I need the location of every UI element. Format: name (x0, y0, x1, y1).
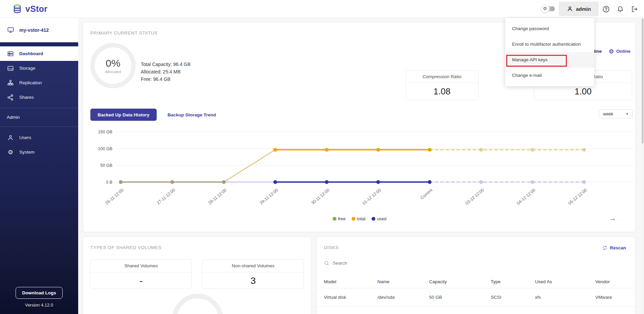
menu-item-enroll-mfa[interactable]: Enroll to multifactor authentication (505, 37, 594, 52)
sidebar-divider (0, 127, 78, 127)
allocation-label: Allocated (105, 70, 121, 74)
help-button[interactable] (602, 5, 610, 13)
sidebar-item-users[interactable]: Users (0, 130, 78, 145)
sidebar-item-shares[interactable]: Shares (0, 90, 78, 105)
legend-label: total (357, 216, 365, 221)
menu-item-change-email[interactable]: Change e-mail (505, 68, 594, 83)
legend-label: used (377, 216, 386, 221)
col-name: Name (377, 279, 429, 284)
notifications-button[interactable] (616, 5, 624, 13)
svg-text:05-12 12:00: 05-12 12:00 (568, 188, 588, 206)
disk-row[interactable]: Virtual disk /dev/sda 50 GB SCSI xfs VMw… (317, 288, 636, 307)
database-stack-icon (12, 4, 22, 14)
dashboard-icon (7, 50, 14, 58)
download-logs-button[interactable]: Download Logs (16, 287, 63, 299)
compression-ratio-value: 1.08 (406, 83, 478, 100)
disk-type: SCSI (491, 295, 535, 300)
legend-item-free[interactable]: free (333, 216, 346, 221)
sidebar-item-replication[interactable]: Replication (0, 75, 78, 90)
svg-text:Current: Current (420, 187, 434, 200)
legend-dot (352, 217, 355, 221)
legend-item-total[interactable]: total (352, 216, 365, 221)
legend-item-used[interactable]: used (372, 216, 386, 221)
vstor-logo[interactable]: vStor (12, 4, 47, 14)
brand-name: vStor (25, 4, 47, 14)
svg-text:100 GB: 100 GB (98, 147, 112, 151)
chart-legend: freetotalused (83, 216, 636, 221)
capacity-stats: Total Capacity: 96.4 GB Allocated: 25.4 … (141, 61, 191, 83)
search-icon (324, 260, 330, 266)
disk-model: Virtual disk (324, 295, 377, 300)
vstor-dashboard: vStor ⚙ admin (0, 0, 644, 314)
storage-icon (7, 65, 14, 72)
svg-text:50 GB: 50 GB (101, 163, 112, 168)
volume-types-donut: 0 (172, 294, 223, 314)
col-used-as: Used As (535, 279, 595, 284)
svg-text:27-11 12:00: 27-11 12:00 (156, 188, 176, 206)
status-badge-online: Online (608, 48, 630, 54)
sidebar-item-label: Storage (19, 66, 35, 71)
legend-dot (372, 217, 375, 221)
svg-text:01-12 12:00: 01-12 12:00 (361, 188, 382, 206)
help-icon (602, 5, 610, 13)
sidebar-item-label: Users (19, 135, 31, 140)
non-shared-volumes-label: Non-shared Volumes (203, 260, 304, 272)
allocation-percent: 0% (106, 58, 120, 69)
tab-backed-up-data-history[interactable]: Backed Up Data History (90, 109, 157, 121)
disks-search-input[interactable]: Search (324, 260, 347, 266)
sidebar-band (0, 42, 78, 46)
monitor-icon (7, 26, 15, 34)
menu-item-change-password[interactable]: Change password (505, 21, 594, 37)
page-scrollbar[interactable] (641, 18, 644, 314)
disks-table: Model Name Capacity Type Used As Vendor … (317, 275, 636, 307)
legend-dot (333, 217, 336, 221)
rescan-button[interactable]: Rescan (602, 245, 626, 250)
svg-text:29-11 12:00: 29-11 12:00 (259, 188, 279, 206)
sidebar-item-label: System (19, 150, 35, 155)
logout-icon (630, 5, 639, 13)
disks-card: DISKS Rescan Search Model Name Capacity … (316, 237, 635, 314)
time-range-value: week (603, 111, 613, 116)
toggle-thumb (550, 6, 555, 11)
scrollbar-thumb[interactable] (642, 18, 644, 143)
col-capacity: Capacity (429, 279, 491, 284)
disks-table-header: Model Name Capacity Type Used As Vendor (317, 275, 636, 288)
version-label: Version 4.12.0 (0, 302, 78, 308)
legend-label: free (338, 216, 346, 221)
node-selector[interactable]: my-vstor-412 (0, 18, 78, 42)
chart-next-arrow[interactable]: → (609, 214, 616, 223)
user-name: admin (576, 6, 591, 12)
gear-icon: ⚙ (541, 4, 549, 13)
free: Free: 96.4 GB (141, 75, 191, 83)
non-shared-volumes-value: 3 (203, 272, 304, 289)
top-bar: vStor ⚙ admin (0, 0, 644, 18)
allocation-donut: 0% Allocated (90, 43, 136, 88)
backup-history-chart: 150 GB100 GB50 GB0 B26-11 12:0027-11 12:… (83, 128, 636, 213)
sidebar: my-vstor-412 Dashboard Storage Replicati… (0, 18, 78, 314)
user-menu-button[interactable]: admin (559, 2, 599, 16)
theme-toggle[interactable]: ⚙ (541, 5, 555, 12)
tab-backup-storage-trend[interactable]: Backup Storage Trend (162, 109, 221, 121)
non-shared-volumes-stat: Non-shared Volumes 3 (202, 259, 304, 289)
time-range-select[interactable]: week ▾ (599, 109, 632, 118)
shared-volumes-card: TYPES OF SHARED VOLUMES Shared Volumes -… (83, 237, 311, 314)
node-name: my-vstor-412 (19, 27, 49, 33)
menu-item-manage-api-keys[interactable]: Manage API keys (505, 52, 594, 68)
disks-title: DISKS (324, 245, 339, 250)
disk-vendor: VMware (595, 295, 628, 300)
allocated: Allocated: 25.4 MB (141, 68, 191, 75)
disk-capacity: 50 GB (429, 295, 491, 300)
sidebar-item-system[interactable]: ⚙ System (0, 145, 78, 159)
share-icon (7, 94, 14, 101)
sidebar-item-storage[interactable]: Storage (0, 61, 78, 75)
user-icon (567, 5, 573, 12)
svg-text:28-11 12:00: 28-11 12:00 (207, 188, 227, 206)
sidebar-item-label: Dashboard (19, 51, 43, 56)
svg-text:30-11 12:00: 30-11 12:00 (310, 188, 330, 206)
col-type: Type (491, 279, 535, 284)
compression-ratio-card: Compression Ratio 1.08 (405, 70, 479, 100)
sidebar-item-dashboard[interactable]: Dashboard (0, 46, 78, 61)
logout-button[interactable] (630, 5, 639, 13)
sidebar-item-label: Replication (19, 80, 42, 85)
search-placeholder: Search (333, 261, 347, 266)
